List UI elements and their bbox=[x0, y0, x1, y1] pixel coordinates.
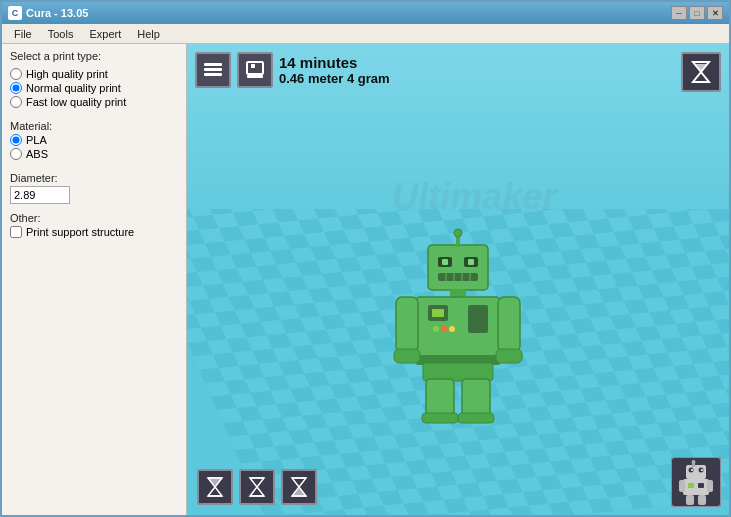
material-group: PLA ABS bbox=[10, 134, 178, 160]
viewport-info: 14 minutes 0.46 meter 4 gram bbox=[195, 52, 390, 88]
menu-bar: File Tools Expert Help bbox=[2, 24, 729, 44]
high-quality-option[interactable]: High quality print bbox=[10, 68, 178, 80]
svg-rect-5 bbox=[204, 63, 222, 66]
svg-rect-70 bbox=[698, 483, 704, 488]
svg-rect-39 bbox=[422, 413, 458, 423]
svg-point-61 bbox=[701, 469, 703, 471]
print-type-group: High quality print Normal quality print … bbox=[10, 68, 178, 108]
menu-tools[interactable]: Tools bbox=[40, 26, 82, 42]
storage-icon[interactable] bbox=[237, 52, 273, 88]
other-label: Other: bbox=[10, 212, 178, 224]
svg-rect-69 bbox=[688, 483, 694, 488]
left-panel: Select a print type: High quality print … bbox=[2, 44, 187, 515]
svg-rect-27 bbox=[450, 289, 466, 297]
svg-rect-8 bbox=[247, 62, 263, 74]
svg-rect-31 bbox=[468, 305, 488, 333]
layers-icon[interactable] bbox=[195, 52, 231, 88]
pla-option[interactable]: PLA bbox=[10, 134, 178, 146]
svg-rect-40 bbox=[458, 413, 494, 423]
abs-option[interactable]: ABS bbox=[10, 148, 178, 160]
print-type-label: Select a print type: bbox=[10, 50, 178, 62]
bottom-toolbar bbox=[197, 469, 317, 505]
svg-point-32 bbox=[433, 326, 439, 332]
support-structure-label: Print support structure bbox=[26, 226, 134, 238]
svg-rect-38 bbox=[462, 379, 490, 417]
svg-rect-41 bbox=[396, 297, 418, 352]
support-structure-checkbox[interactable] bbox=[10, 226, 22, 238]
svg-rect-43 bbox=[394, 349, 420, 363]
print-time: 14 minutes bbox=[279, 54, 390, 71]
svg-rect-10 bbox=[247, 75, 263, 78]
window-title: Cura - 13.05 bbox=[26, 7, 671, 19]
normal-quality-radio[interactable] bbox=[10, 82, 22, 94]
print-size: 0.46 meter 4 gram bbox=[279, 71, 390, 86]
abs-radio[interactable] bbox=[10, 148, 22, 160]
svg-rect-44 bbox=[496, 349, 522, 363]
pla-radio[interactable] bbox=[10, 134, 22, 146]
svg-marker-49 bbox=[250, 478, 264, 496]
view-options-icon[interactable] bbox=[681, 52, 721, 92]
svg-rect-9 bbox=[251, 64, 255, 68]
window-controls: ─ □ ✕ bbox=[671, 6, 723, 20]
svg-point-34 bbox=[449, 326, 455, 332]
abs-label: ABS bbox=[26, 148, 48, 160]
fast-quality-option[interactable]: Fast low quality print bbox=[10, 96, 178, 108]
print-info: 14 minutes 0.46 meter 4 gram bbox=[279, 54, 390, 86]
menu-expert[interactable]: Expert bbox=[81, 26, 129, 42]
high-quality-label: High quality print bbox=[26, 68, 108, 80]
fast-quality-radio[interactable] bbox=[10, 96, 22, 108]
svg-rect-68 bbox=[698, 495, 706, 505]
menu-help[interactable]: Help bbox=[129, 26, 168, 42]
robot-3d-model bbox=[388, 225, 528, 425]
svg-rect-67 bbox=[686, 495, 694, 505]
title-bar: C Cura - 13.05 ─ □ ✕ bbox=[2, 2, 729, 24]
maximize-button[interactable]: □ bbox=[689, 6, 705, 20]
view-mode-3-button[interactable] bbox=[281, 469, 317, 505]
material-section: Material: PLA ABS bbox=[10, 120, 178, 164]
svg-rect-15 bbox=[428, 245, 488, 290]
close-button[interactable]: ✕ bbox=[707, 6, 723, 20]
svg-rect-65 bbox=[679, 480, 685, 492]
view-mode-1-button[interactable] bbox=[197, 469, 233, 505]
svg-rect-64 bbox=[683, 479, 709, 495]
svg-rect-7 bbox=[204, 73, 222, 76]
minimize-button[interactable]: ─ bbox=[671, 6, 687, 20]
fast-quality-label: Fast low quality print bbox=[26, 96, 126, 108]
diameter-section: Diameter: bbox=[10, 172, 178, 204]
svg-rect-66 bbox=[707, 480, 713, 492]
menu-file[interactable]: File bbox=[6, 26, 40, 42]
svg-rect-30 bbox=[432, 309, 444, 317]
svg-point-33 bbox=[441, 326, 447, 332]
view-mode-2-button[interactable] bbox=[239, 469, 275, 505]
main-window: C Cura - 13.05 ─ □ ✕ File Tools Expert H… bbox=[0, 0, 731, 517]
svg-point-26 bbox=[454, 229, 462, 237]
material-label: Material: bbox=[10, 120, 178, 132]
svg-rect-37 bbox=[426, 379, 454, 417]
main-area: Select a print type: High quality print … bbox=[2, 44, 729, 515]
svg-point-63 bbox=[692, 460, 696, 464]
svg-point-60 bbox=[691, 469, 693, 471]
pla-label: PLA bbox=[26, 134, 47, 146]
svg-rect-57 bbox=[686, 465, 706, 479]
app-icon: C bbox=[8, 6, 22, 20]
svg-rect-42 bbox=[498, 297, 520, 352]
robot-status-icon[interactable] bbox=[671, 457, 721, 507]
svg-rect-18 bbox=[442, 259, 448, 265]
svg-rect-6 bbox=[204, 68, 222, 71]
viewport[interactable]: Ultimaker bbox=[187, 44, 729, 515]
svg-rect-20 bbox=[438, 273, 478, 281]
svg-rect-19 bbox=[468, 259, 474, 265]
other-section: Other: Print support structure bbox=[10, 212, 178, 238]
support-structure-option[interactable]: Print support structure bbox=[10, 226, 178, 238]
diameter-label: Diameter: bbox=[10, 172, 178, 184]
normal-quality-option[interactable]: Normal quality print bbox=[10, 82, 178, 94]
high-quality-radio[interactable] bbox=[10, 68, 22, 80]
normal-quality-label: Normal quality print bbox=[26, 82, 121, 94]
diameter-input[interactable] bbox=[10, 186, 70, 204]
